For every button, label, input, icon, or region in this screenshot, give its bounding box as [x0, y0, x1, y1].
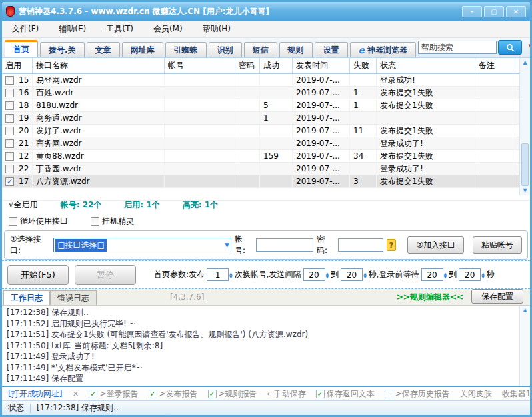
save-return-text-checkbox[interactable]: 保存返回文本	[316, 388, 375, 400]
spinner-arrows-icon[interactable]: ▲▼	[326, 272, 329, 278]
search-input[interactable]	[418, 41, 497, 54]
account-field[interactable]	[256, 238, 313, 252]
row-checkbox[interactable]	[5, 139, 14, 148]
search-button[interactable]	[498, 40, 522, 55]
tab-6[interactable]: 识别	[209, 42, 242, 57]
vip-login-link[interactable]: VIP登录	[529, 42, 532, 53]
tab-10[interactable]: e神器浏览器	[350, 42, 417, 57]
table-row[interactable]: 20发好了.wzdr2019-07-...11发布提交1失败	[2, 125, 530, 137]
save-config-button[interactable]: 保存配置	[471, 289, 523, 304]
password-cell	[235, 163, 260, 175]
spinner-arrows-icon[interactable]: ▲▼	[363, 272, 367, 278]
row-checkbox[interactable]	[5, 177, 14, 186]
paste-account-button[interactable]: 粘贴帐号	[473, 236, 522, 254]
report-toggle-2[interactable]: >发布报告	[149, 388, 198, 400]
col-note[interactable]: 备注	[475, 58, 515, 73]
row-checkbox[interactable]	[5, 76, 14, 85]
col-enable[interactable]: 启用	[2, 58, 33, 73]
chevron-down-icon[interactable]: ▼	[225, 242, 229, 248]
scroll-up-icon[interactable]: ▲	[523, 308, 527, 313]
checkbox-icon[interactable]	[91, 217, 99, 226]
table-row[interactable]: 12黄页88.wzdr1592019-07-...34发布提交1失败	[2, 150, 530, 163]
collector-file-link[interactable]: 收集器1.txt	[502, 388, 532, 400]
pause-button[interactable]: 暂停	[75, 265, 136, 285]
log-scrollbar[interactable]: ▲	[519, 306, 530, 386]
tab-1[interactable]: 首页	[5, 40, 38, 57]
report-toggle-1[interactable]: >登录报告	[89, 388, 138, 400]
tab-2[interactable]: 拨号.关	[40, 42, 85, 57]
tab-9[interactable]: 设置	[315, 42, 348, 57]
start-button[interactable]: 开始(F5)	[7, 265, 69, 285]
wait-to-stepper[interactable]: ▲▼	[459, 268, 485, 281]
interval-to-stepper[interactable]: ▲▼	[341, 268, 367, 281]
menu-tools[interactable]: 工具(T)	[106, 23, 133, 35]
interval-from-stepper[interactable]: ▲▼	[303, 268, 329, 281]
col-password[interactable]: 密码	[235, 58, 260, 73]
menu-member[interactable]: 会员(M)	[153, 23, 183, 35]
spinner-arrows-icon[interactable]: ▲▼	[229, 272, 233, 278]
col-name[interactable]: 接口名称	[33, 58, 165, 73]
maximize-icon[interactable]: ▢	[484, 6, 504, 17]
interface-select[interactable]: □接口选择□ ▼	[53, 238, 231, 252]
add-interface-button[interactable]: ②加入接口	[407, 236, 464, 254]
col-status[interactable]: 状态	[377, 58, 475, 73]
loop-interface-checkbox[interactable]: 循环使用接口	[9, 216, 68, 227]
tab-5[interactable]: 引蜘蛛	[165, 42, 207, 57]
tab-4[interactable]: 网址库	[122, 42, 163, 57]
checkbox-icon[interactable]	[208, 390, 217, 398]
report-toggle-3[interactable]: >规则报告	[208, 388, 257, 400]
checkbox-icon[interactable]	[9, 217, 17, 226]
table-row[interactable]: 22丁香园.wzdr2019-07-...登录成功了!	[2, 163, 530, 175]
rule-editor-link[interactable]: >>规则编辑器<<	[397, 292, 463, 303]
wait-from-stepper[interactable]: ▲▼	[421, 268, 447, 281]
tab-3[interactable]: 文章	[87, 42, 120, 57]
search-area: VIP登录	[418, 40, 532, 57]
all-enable-toggle[interactable]: √全启用	[9, 199, 38, 211]
row-checkbox[interactable]	[5, 152, 14, 161]
password-field[interactable]	[338, 238, 383, 252]
row-id: 21	[19, 139, 29, 148]
tab-7[interactable]: 短信	[244, 42, 277, 57]
table-row[interactable]: 15易登网.wzdr2019-07-...登录成功!	[2, 74, 530, 87]
tab-work-log[interactable]: 工作日志	[3, 290, 50, 305]
tab-error-log[interactable]: 错误日志	[50, 290, 97, 305]
manual-save-link[interactable]: ←手动保存	[267, 388, 306, 400]
row-checkbox[interactable]	[5, 89, 14, 97]
scroll-down-icon[interactable]: ▼	[523, 188, 527, 193]
checkbox-icon[interactable]	[149, 390, 157, 398]
checkbox-icon[interactable]	[385, 390, 393, 398]
checkbox-icon[interactable]	[89, 390, 97, 398]
open-success-url-link[interactable]: [打开成功网址]	[8, 388, 62, 400]
col-time[interactable]: 发表时间	[293, 58, 350, 73]
close-icon[interactable]: ✕	[506, 6, 526, 17]
scroll-up-icon[interactable]: ▲	[523, 60, 527, 65]
col-fail[interactable]: 失败	[350, 58, 377, 73]
row-checkbox[interactable]	[5, 127, 14, 135]
row-checkbox[interactable]	[5, 101, 14, 110]
spinner-arrows-icon[interactable]: ▲▼	[444, 272, 447, 278]
help-icon[interactable]: ?	[387, 239, 396, 251]
table-row[interactable]: 21商务网.wzdr2019-07-...登录成功了!	[2, 137, 530, 150]
table-row[interactable]: 17八方资源.wzdr2019-07-...3发布提交1失败	[2, 175, 530, 188]
col-success[interactable]: 成功	[260, 58, 293, 73]
row-checkbox[interactable]	[5, 114, 14, 123]
col-account[interactable]: 帐号	[165, 58, 235, 73]
row-checkbox[interactable]	[5, 165, 14, 173]
save-history-report-checkbox[interactable]: >保存历史报告	[385, 388, 450, 400]
checkbox-icon[interactable]	[316, 390, 325, 398]
spinner-arrows-icon[interactable]: ▲▼	[481, 272, 485, 278]
table-scroll-thumb[interactable]	[521, 143, 529, 186]
close-skin-link[interactable]: 关闭皮肤	[460, 388, 492, 400]
publish-count-stepper[interactable]: ▲▼	[207, 268, 233, 281]
table-row[interactable]: 19商务通.wzdr12019-07-...	[2, 112, 530, 125]
table-row[interactable]: 16百姓.wzdr2019-07-...1发布提交1失败	[2, 87, 530, 99]
menu-help[interactable]: 帮助(H)	[203, 23, 231, 35]
hang-genie-checkbox[interactable]: 挂机精灵	[91, 216, 134, 227]
menu-assist[interactable]: 辅助(E)	[59, 23, 86, 35]
menu-file[interactable]: 文件(F)	[12, 23, 39, 35]
close-log-icon[interactable]: ×	[72, 389, 79, 398]
table-row[interactable]: 18818u.wzdr52019-07-...1发布提交1失败	[2, 99, 530, 112]
minimize-icon[interactable]: –	[462, 6, 482, 17]
tab-8[interactable]: 规则	[279, 42, 313, 57]
status-cell: 登录成功了!	[377, 163, 475, 175]
